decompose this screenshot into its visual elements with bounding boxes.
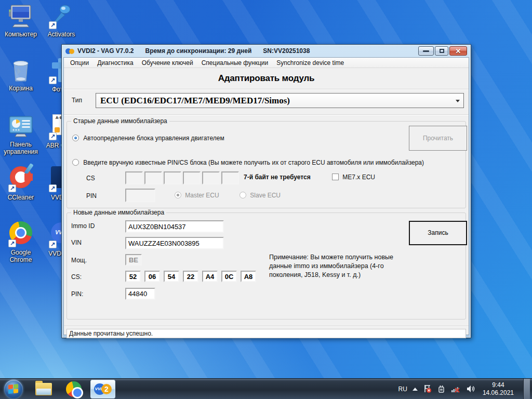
pin-new-value: 44840 — [128, 290, 147, 298]
auto-detect-label: Автоопределение блока управления двигате… — [83, 135, 224, 142]
cs-byte-input-5[interactable] — [202, 171, 220, 184]
master-ecu-radio — [175, 192, 181, 198]
ecu-type-value: ECU (EDC16/EDC17/ME7/MED9/MED17/Simos) — [100, 96, 290, 106]
shortcut-arrow-icon: ↗ — [49, 241, 57, 248]
ecu-type-dropdown[interactable]: ECU (EDC16/EDC17/ME7/MED9/MED17/Simos) — [96, 93, 464, 108]
master-ecu-label: Master ECU — [185, 192, 219, 199]
cs-new-byte-1[interactable]: 52 — [125, 271, 141, 282]
me7-checkbox-label: ME7.x ECU — [342, 174, 375, 181]
desktop-icon-label: Компьютер — [1, 31, 41, 38]
page-title: Адаптировать модуль — [64, 73, 469, 84]
minimize-icon — [423, 50, 429, 52]
cs-new-label: CS: — [71, 273, 82, 281]
separator — [64, 89, 469, 90]
vvdi2-logo-icon: VVDi2 — [94, 383, 112, 395]
start-button[interactable] — [4, 380, 23, 398]
status-text: Данные прочитаны успешно. — [69, 330, 153, 337]
chrome-icon: ↗ — [7, 221, 34, 247]
volume-icon[interactable] — [466, 384, 475, 393]
menu-synchronize[interactable]: Synchronize device time — [272, 58, 348, 68]
desktop-icon-label: Google Chrome — [1, 249, 41, 263]
cs-new-byte-2[interactable]: 06 — [144, 271, 160, 282]
language-indicator[interactable]: RU — [398, 385, 407, 393]
vin-input[interactable]: WAUZZZ4E03N003895 — [125, 237, 224, 249]
computer-icon — [7, 3, 34, 29]
group-title: Новые данные иммобилайзера — [71, 209, 166, 216]
cs-byte-value: 06 — [149, 273, 156, 281]
taskbar-explorer-button[interactable] — [34, 380, 53, 398]
write-button[interactable]: Запись — [409, 221, 467, 245]
action-center-flag-icon[interactable] — [423, 384, 432, 393]
shortcut-arrow-icon: ↗ — [8, 240, 16, 247]
shortcut-arrow-icon: ↗ — [49, 184, 57, 192]
taskbar: VVDi2 RU — [0, 378, 532, 399]
cs-byte-input-4[interactable] — [183, 171, 201, 184]
immo-id-label: Immo ID — [71, 222, 95, 230]
cs-byte-input-3[interactable] — [164, 171, 181, 184]
show-hidden-icons-button[interactable] — [413, 388, 418, 391]
clock-date: 14.06.2021 — [483, 389, 514, 397]
title-bar[interactable]: VVDI2 - VAG V7.0.2 Время до синхронизаци… — [63, 45, 469, 57]
desktop-icon-activators[interactable]: ↗ Activators — [42, 3, 81, 38]
desktop-icon-control-panel[interactable]: Панель управления — [1, 113, 41, 155]
shortcut-arrow-icon: ↗ — [49, 21, 57, 29]
desktop-icon-label: Activators — [42, 31, 81, 38]
ccleaner-icon: ↗ — [7, 166, 34, 192]
cs-new-byte-4[interactable]: 22 — [183, 271, 198, 282]
shortcut-arrow-icon: ↗ — [8, 184, 16, 192]
cs-new-byte-5[interactable]: A4 — [202, 271, 218, 282]
control-panel-icon — [7, 113, 34, 139]
cs-new-byte-7[interactable]: A8 — [241, 271, 256, 282]
chevron-down-icon — [456, 100, 460, 102]
close-button[interactable]: ✕ — [449, 46, 467, 56]
shortcut-arrow-icon: ↗ — [49, 132, 57, 140]
show-desktop-button[interactable] — [523, 379, 530, 399]
read-button[interactable]: Прочитать — [409, 126, 467, 151]
desktop-icon-recycle-bin[interactable]: Корзина — [1, 57, 41, 92]
taskbar-clock[interactable]: 9:44 14.06.2021 — [483, 381, 514, 397]
maximize-icon — [440, 49, 444, 53]
chrome-icon — [66, 381, 82, 397]
cs-new-byte-6[interactable]: 0C — [221, 271, 237, 282]
pin-input[interactable] — [125, 189, 155, 202]
menu-diagnostics[interactable]: Диагностика — [93, 58, 138, 68]
status-bar: Данные прочитаны успешно. — [66, 329, 466, 338]
menu-key-learn[interactable]: Обучение ключей — [138, 58, 197, 68]
app-icon — [65, 47, 75, 55]
pin-new-input[interactable]: 44840 — [125, 288, 155, 300]
cs-byte-input-2[interactable] — [144, 171, 162, 184]
cs-byte-value: A4 — [206, 273, 215, 281]
desktop-icon-computer[interactable]: Компьютер — [1, 3, 41, 38]
windows-logo-icon — [8, 383, 19, 394]
immo-id-input[interactable]: AUX3Z0BN104537 — [125, 220, 224, 233]
cs-new-byte-3[interactable]: 54 — [164, 271, 179, 282]
desktop-icon-google-chrome[interactable]: ↗ Google Chrome — [1, 220, 41, 263]
window-title: VVDI2 - VAG V7.0.2 — [77, 47, 134, 55]
taskbar-vvdi2-button-active[interactable]: VVDi2 — [90, 380, 115, 398]
maximize-button[interactable] — [435, 46, 448, 56]
vvdi2-window: VVDI2 - VAG V7.0.2 Время до синхронизаци… — [61, 44, 471, 338]
auto-detect-radio[interactable] — [72, 135, 79, 141]
desktop-icon-ccleaner[interactable]: ↗ CCleaner — [1, 165, 41, 201]
desktop-icon-label: CCleaner — [1, 194, 41, 201]
menu-options[interactable]: Опции — [66, 58, 93, 68]
desktop-icon-label: Корзина — [1, 85, 41, 92]
manual-pin-radio[interactable] — [72, 159, 79, 166]
minimize-button[interactable] — [418, 46, 434, 56]
menu-bar: Опции Диагностика Обучение ключей Специа… — [64, 58, 469, 68]
taskbar-chrome-button[interactable] — [64, 380, 83, 398]
device-plug-icon[interactable] — [437, 384, 446, 393]
group-title: Старые данные иммобилайзера — [71, 117, 169, 125]
vin-value: WAUZZZ4E03N003895 — [128, 240, 200, 247]
cs-byte-value: 0C — [225, 273, 234, 281]
power-label: Мощ. — [71, 257, 87, 264]
cs-byte-input-6[interactable] — [221, 171, 239, 184]
menu-special-functions[interactable]: Специальные функции — [197, 58, 273, 68]
network-icon-disconnected[interactable] — [451, 384, 461, 393]
separator — [64, 326, 469, 327]
cs-byte-input-1[interactable] — [125, 171, 143, 184]
old-immo-data-group: Старые данные иммобилайзера Автоопределе… — [66, 121, 466, 208]
cs-byte-value: A8 — [244, 273, 253, 281]
me7-checkbox[interactable] — [332, 174, 339, 180]
separator — [64, 114, 469, 115]
